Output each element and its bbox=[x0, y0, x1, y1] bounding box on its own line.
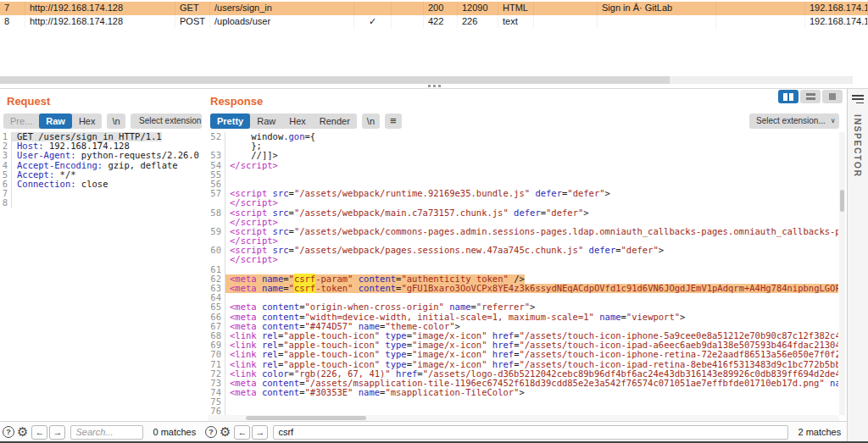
tab-response-hex[interactable]: Hex bbox=[282, 114, 313, 129]
code-line: 75 bbox=[208, 397, 838, 407]
line-number: 70 bbox=[208, 350, 225, 359]
cell-status: 200 bbox=[424, 2, 458, 15]
gear-icon[interactable]: ⚙ bbox=[17, 426, 28, 438]
code-line: 57<script src="/assets/webpack/runtime.9… bbox=[208, 189, 838, 198]
response-match-count: 2 matches bbox=[798, 427, 841, 437]
code-line: 55 bbox=[208, 170, 838, 180]
cell-params: ✓ bbox=[354, 15, 392, 29]
line-number: 8 bbox=[0, 198, 12, 208]
burp-window: 7http://192.168.174.128GET/users/sign_in… bbox=[0, 0, 868, 443]
tab-response-render[interactable]: Render bbox=[313, 114, 357, 129]
response-menu-icon[interactable]: ≡ bbox=[385, 114, 402, 129]
response-toolbar: Pretty Raw Hex Render \n ≡ bbox=[210, 114, 402, 129]
code-line: 52 window.gon={ bbox=[208, 132, 838, 141]
code-line: </script> bbox=[208, 255, 838, 264]
line-number: 59 bbox=[208, 227, 225, 236]
cell-ip: 192.168.174.1 bbox=[805, 2, 868, 15]
code-line: 76 bbox=[208, 407, 838, 415]
cell-extension bbox=[534, 15, 598, 29]
response-editor[interactable]: 52 window.gon={ };53 //]]>54</script>555… bbox=[208, 132, 838, 415]
code-line: 6Connection: close bbox=[0, 180, 202, 189]
request-search-input[interactable] bbox=[70, 425, 143, 440]
table-row[interactable]: 7http://192.168.174.128GET/users/sign_in… bbox=[0, 2, 868, 15]
stacked-view-button[interactable] bbox=[800, 90, 821, 103]
gear-icon[interactable]: ⚙ bbox=[220, 426, 231, 438]
line-number: 60 bbox=[208, 246, 225, 255]
cell-id: 8 bbox=[0, 15, 25, 29]
line-number: 76 bbox=[208, 407, 225, 415]
cell-comment bbox=[716, 15, 805, 29]
tab-response-newline[interactable]: \n bbox=[362, 114, 380, 129]
line-number bbox=[208, 198, 225, 208]
tab-response-raw[interactable]: Raw bbox=[250, 114, 282, 129]
code-line: 58<script src="/assets/webpack/main.c7a7… bbox=[208, 208, 838, 218]
code-line: }; bbox=[208, 141, 838, 151]
code-line: 60<script src="/assets/webpack/pages.ses… bbox=[208, 246, 838, 255]
cell-host: http://192.168.174.128 bbox=[25, 15, 175, 29]
tab-request-pretty[interactable]: Pre... bbox=[3, 114, 39, 129]
code-line: 74<meta content="#30353E" name="msapplic… bbox=[208, 388, 838, 397]
inspector-strip[interactable]: INSPECTOR bbox=[847, 89, 868, 441]
previous-match-button[interactable]: ← bbox=[234, 425, 250, 440]
code-line: 53 //]]> bbox=[208, 151, 838, 160]
pane-splitter-handle[interactable] bbox=[428, 85, 441, 87]
cell-mime: text bbox=[498, 15, 534, 29]
response-panel-title: Response bbox=[210, 95, 263, 108]
cell-edited bbox=[392, 2, 424, 15]
line-number: 65 bbox=[208, 302, 225, 312]
response-extension-label: Select extension... bbox=[756, 114, 826, 129]
next-match-button[interactable]: → bbox=[49, 425, 65, 440]
request-toolbar: Pre... Raw Hex \n ≡ bbox=[3, 114, 147, 129]
side-by-side-view-button[interactable] bbox=[778, 90, 798, 103]
scrollbar-thumb[interactable] bbox=[840, 190, 844, 212]
response-horizontal-scrollbar[interactable] bbox=[208, 415, 839, 421]
request-extension-label: Select extension... bbox=[139, 114, 202, 129]
line-number: 57 bbox=[208, 189, 225, 198]
tab-request-hex[interactable]: Hex bbox=[72, 114, 103, 129]
tab-request-newline[interactable]: \n bbox=[107, 114, 125, 129]
response-search-input[interactable] bbox=[273, 425, 788, 440]
request-search-group: ? ⚙ ← → 0 matches bbox=[3, 422, 196, 442]
code-line: 59<script src="/assets/webpack/commons-p… bbox=[208, 227, 838, 236]
response-tab-group: Pretty Raw Hex Render bbox=[210, 114, 357, 129]
code-line: 8 bbox=[0, 198, 202, 208]
line-number: 53 bbox=[208, 151, 225, 160]
cell-edited bbox=[392, 15, 424, 29]
scrollbar-thumb[interactable] bbox=[0, 76, 670, 84]
history-table[interactable]: 7http://192.168.174.128GET/users/sign_in… bbox=[0, 2, 868, 28]
request-tab-group: Pre... Raw Hex bbox=[3, 114, 102, 129]
cell-id: 7 bbox=[0, 2, 25, 15]
cell-url: /users/sign_in bbox=[210, 2, 354, 15]
single-view-button[interactable] bbox=[822, 90, 843, 103]
request-match-count: 0 matches bbox=[153, 427, 196, 437]
code-line: 7 bbox=[0, 189, 202, 198]
tab-response-pretty[interactable]: Pretty bbox=[210, 114, 250, 129]
cell-title bbox=[598, 15, 716, 29]
cell-length: 12090 bbox=[458, 2, 498, 15]
table-horizontal-scrollbar[interactable] bbox=[0, 76, 853, 84]
code-line: 63<meta name="csrf-token" content="gFU1B… bbox=[208, 284, 838, 293]
next-match-button[interactable]: → bbox=[252, 425, 268, 440]
cell-mime: HTML bbox=[498, 2, 534, 15]
help-icon[interactable]: ? bbox=[205, 426, 217, 438]
search-bar: ? ⚙ ← → 0 matches ? ⚙ ← → 2 matches bbox=[0, 421, 847, 441]
request-extension-dropdown[interactable]: Select extension... ∨ bbox=[132, 114, 202, 129]
response-search-group: ? ⚙ ← → 2 matches bbox=[205, 422, 841, 442]
cell-title: Sign in Â· GitLab bbox=[598, 2, 716, 15]
help-icon[interactable]: ? bbox=[3, 426, 14, 438]
layout-view-buttons bbox=[778, 90, 843, 103]
inspector-tab-label[interactable]: INSPECTOR bbox=[853, 114, 863, 178]
table-row[interactable]: 8http://192.168.174.128POST/uploads/user… bbox=[0, 15, 868, 29]
line-number: 52 bbox=[208, 132, 225, 141]
response-extension-dropdown[interactable]: Select extension... ∨ bbox=[749, 114, 839, 129]
line-number bbox=[208, 255, 225, 264]
request-editor[interactable]: 1GET /users/sign_in HTTP/1.12Host: 192.1… bbox=[0, 132, 202, 415]
inspector-collapse-icon[interactable] bbox=[852, 95, 864, 103]
search-match-highlight: csrf bbox=[294, 274, 315, 284]
line-number: 58 bbox=[208, 208, 225, 218]
scrollbar-thumb[interactable] bbox=[246, 416, 366, 420]
tab-request-raw[interactable]: Raw bbox=[39, 114, 72, 129]
previous-match-button[interactable]: ← bbox=[31, 425, 47, 440]
response-vertical-scrollbar[interactable] bbox=[839, 132, 845, 415]
cell-host: http://192.168.174.128 bbox=[25, 2, 175, 15]
